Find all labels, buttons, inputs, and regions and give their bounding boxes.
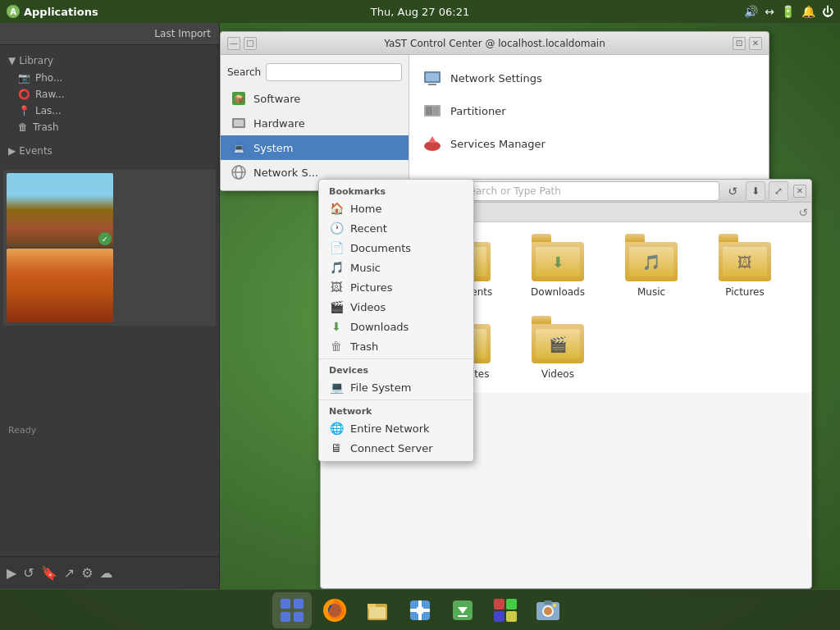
lib-item-pho[interactable]: 📷 Pho... <box>5 70 214 86</box>
library-header[interactable]: ▼ Library <box>5 52 214 70</box>
taskbar-overview[interactable] <box>272 592 312 628</box>
pho-label: Pho... <box>35 72 62 84</box>
taskbar-files[interactable] <box>358 592 397 628</box>
las-label: Las... <box>35 105 62 116</box>
bm-pictures[interactable]: 🖼 Pictures <box>319 277 473 297</box>
bm-connect-server[interactable]: 🖥 Connect Server <box>319 438 473 458</box>
videos-folder-label: Videos <box>541 368 574 380</box>
yast-content-services[interactable]: Services Manager <box>416 127 762 160</box>
entire-network-icon: 🌐 <box>329 422 344 435</box>
fm-history-icon[interactable]: ↺ <box>798 206 808 219</box>
folder-pictures[interactable]: 🖼 Pictures <box>708 235 782 298</box>
network-settings-icon <box>422 68 442 88</box>
fm-download-button[interactable]: ⬇ <box>746 181 765 201</box>
taskbar-software[interactable] <box>486 592 525 628</box>
cloud-icon[interactable]: ☁ <box>99 565 112 581</box>
yast-item-software[interactable]: 📦 Software <box>221 86 409 111</box>
music-folder-label: Music <box>637 286 665 298</box>
fm-address-bar[interactable]: 🔍 Search or Type Path <box>441 181 719 201</box>
restore-button[interactable]: ⊡ <box>733 37 746 50</box>
yast-content-partitioner[interactable]: Partitioner <box>416 94 762 127</box>
yast-item-system[interactable]: 💻 System <box>221 135 409 160</box>
svg-rect-28 <box>281 599 290 609</box>
power-icon[interactable]: ⏻ <box>822 5 833 18</box>
fm-refresh-button[interactable]: ↺ <box>723 181 742 201</box>
lib-item-raw[interactable]: ⭕ Raw... <box>5 86 214 103</box>
network-section-header: Network <box>319 403 473 418</box>
minimize-button[interactable]: — <box>227 37 240 50</box>
pictures-folder-label: Pictures <box>725 286 765 298</box>
svg-rect-39 <box>418 600 422 607</box>
bm-home[interactable]: 🏠 Home <box>319 199 473 218</box>
music-label: Music <box>350 262 381 274</box>
battery-icon[interactable]: 🔋 <box>781 5 795 18</box>
volume-icon[interactable]: 🔊 <box>744 5 758 18</box>
lib-item-trash[interactable]: 🗑 Trash <box>5 119 214 135</box>
network-settings-label: Network Settings <box>450 72 542 84</box>
yast-body: Search 📦 Software Hardware <box>221 55 769 190</box>
close-button[interactable]: ✕ <box>749 37 762 50</box>
yast-item-hardware[interactable]: Hardware <box>221 111 409 135</box>
top-panel: A Applications Thu, Aug 27 06:21 🔊 ↔ 🔋 🔔… <box>0 0 840 23</box>
play-icon[interactable]: ▶ <box>7 565 16 581</box>
bm-entire-network[interactable]: 🌐 Entire Network <box>319 418 473 438</box>
home-icon: 🏠 <box>329 202 344 215</box>
svg-rect-36 <box>369 607 386 619</box>
maximize-button[interactable]: □ <box>244 37 257 50</box>
yast-content-network-settings[interactable]: Network Settings <box>416 62 762 94</box>
partitioner-icon <box>422 101 442 121</box>
taskbar-firefox[interactable] <box>315 592 354 628</box>
fm-expand-button[interactable]: ⤢ <box>769 181 788 201</box>
panel-right: 🔊 ↔ 🔋 🔔 ⏻ <box>744 5 833 18</box>
documents-label: Documents <box>350 242 411 254</box>
home-label: Home <box>350 203 381 215</box>
folder-videos[interactable]: 🎬 Videos <box>521 317 595 380</box>
svg-rect-21 <box>426 73 439 81</box>
svg-point-38 <box>416 606 424 614</box>
applications-menu[interactable]: A Applications <box>7 5 98 18</box>
panel-clock: Thu, Aug 27 06:21 <box>371 6 469 18</box>
fm-close-button[interactable]: ✕ <box>793 185 806 198</box>
network-icon[interactable]: ↔ <box>765 5 774 18</box>
bookmark-icon[interactable]: 🔖 <box>41 565 57 581</box>
taskbar-downloader[interactable] <box>443 592 482 628</box>
pictures-folder-icon: 🖼 <box>719 235 771 281</box>
bm-recent[interactable]: 🕐 Recent <box>319 218 473 238</box>
taskbar-settings[interactable] <box>400 592 440 628</box>
bm-videos[interactable]: 🎬 Videos <box>319 297 473 317</box>
library-arrow: ▼ <box>8 55 16 66</box>
bm-separator-2 <box>319 399 473 400</box>
arrow-icon[interactable]: ↗ <box>64 565 75 581</box>
bookmarks-menu: Bookmarks 🏠 Home 🕐 Recent 📄 Documents 🎵 … <box>318 179 474 462</box>
svg-rect-47 <box>506 599 517 609</box>
events-header[interactable]: ▶ Events <box>5 142 214 160</box>
svg-marker-27 <box>428 136 436 143</box>
applications-label: Applications <box>24 6 98 18</box>
downloads-label: Downloads <box>350 321 409 333</box>
bm-trash[interactable]: 🗑 Trash <box>319 336 473 356</box>
folder-downloads[interactable]: ⬇ Downloads <box>521 235 595 298</box>
svg-rect-42 <box>423 609 430 612</box>
recent-label: Recent <box>350 222 387 235</box>
bm-downloads[interactable]: ⬇ Downloads <box>319 317 473 336</box>
svg-point-52 <box>544 607 552 615</box>
bm-documents[interactable]: 📄 Documents <box>319 238 473 258</box>
last-import-label: Last Import <box>154 28 211 39</box>
taskbar-photos[interactable] <box>528 592 568 628</box>
lib-item-las[interactable]: 📍 Las... <box>5 103 214 119</box>
search-input[interactable] <box>266 63 402 81</box>
videos-icon: 🎬 <box>329 300 344 313</box>
bm-filesystem[interactable]: 💻 File System <box>319 377 473 397</box>
refresh-icon[interactable]: ↺ <box>23 565 34 581</box>
security-icon <box>231 189 247 190</box>
bm-music[interactable]: 🎵 Music <box>319 258 473 277</box>
raw-icon: ⭕ <box>18 89 30 100</box>
notification-icon[interactable]: 🔔 <box>801 5 815 18</box>
yast-title: YaST Control Center @ localhost.localdom… <box>257 38 733 49</box>
yast-titlebar: — □ YaST Control Center @ localhost.loca… <box>221 32 769 55</box>
photo-panel: Last Import ▼ Library 📷 Pho... ⭕ Raw... … <box>0 23 220 589</box>
pictures-label: Pictures <box>350 281 392 294</box>
folder-music[interactable]: 🎵 Music <box>614 235 688 298</box>
settings-icon[interactable]: ⚙ <box>81 565 93 581</box>
yast-content: Network Settings Partitioner Services Ma… <box>409 55 769 190</box>
